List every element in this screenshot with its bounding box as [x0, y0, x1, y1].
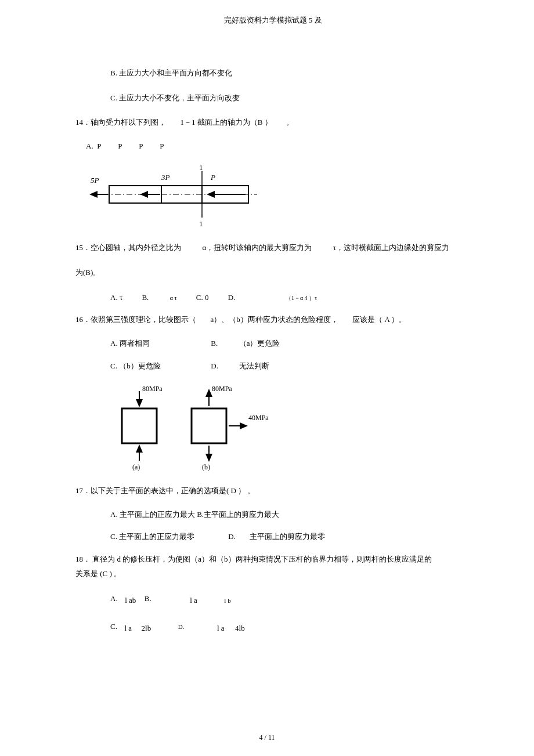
header-title: 完好版资料力学模拟试题 5 及 — [224, 16, 322, 24]
q16-b: a）、（b）两种应力状态的危险程度， — [211, 315, 338, 324]
q15-optB: B. α τ — [142, 292, 176, 304]
q15-b: α，扭转时该轴内的最大剪应力为 — [203, 243, 312, 252]
q16-optD: D. 无法判断 — [211, 360, 269, 372]
q18-B-la: l a — [190, 596, 197, 605]
q16-c: 应该是（ A ）。 — [352, 315, 406, 324]
q18-row1: A. l ab B. l a l b — [75, 593, 470, 607]
q16-opts1: A. 两者相同 B. （a）更危险 — [75, 338, 470, 350]
q14-stem-a: 14．轴向受力杆以下列图， — [75, 118, 166, 126]
q15-optD: D. （1－α 4 ）τ — [228, 292, 317, 304]
q18-line1: 18． 直径为 d 的修长压杆，为使图（a）和（b）两种拘束情况下压杆的临界力相… — [75, 554, 470, 566]
q15-stem: 15．空心圆轴，其内外径之比为 α，扭转时该轴内的最大剪应力为 τ，这时横截面上… — [75, 242, 470, 254]
q17-optC: C. 主平面上的正应力最零 — [110, 531, 209, 543]
q16-optB: B. （a）更危险 — [211, 338, 280, 350]
q18-A: A. — [110, 594, 118, 603]
q18-C: C. — [110, 622, 117, 631]
q15-c: τ，这时横截面上内边缘处的剪应力 — [333, 243, 449, 252]
q16-opts2: C. （b）更危险 D. 无法判断 — [75, 360, 470, 372]
stress-state-svg: 80MPa (a) 80MPa 40MPa (b) — [99, 379, 279, 472]
axial-bar-svg: 5P 3P P 1 1 — [86, 165, 260, 229]
q18-D: D. — [178, 623, 185, 630]
fig-a-label: (a) — [132, 463, 140, 471]
q15-optC: C. 0 — [196, 292, 209, 304]
page-number: 4 / 11 — [259, 733, 275, 741]
q16-optC: C. （b）更危险 — [110, 360, 192, 372]
q13-optC: C. 主应力大小不变化，主平面方向改变 — [75, 92, 470, 104]
fig-b-label: (b) — [202, 463, 210, 471]
q15-a: 15．空心圆轴，其内外径之比为 — [75, 243, 181, 252]
q14-optA-row: A. P P P P — [75, 140, 470, 153]
q16-figure: 80MPa (a) 80MPa 40MPa (b) — [75, 379, 470, 472]
q16-optA: A. 两者相同 — [110, 338, 192, 350]
q18-D-4lb: 4lb — [235, 624, 245, 632]
fig-sect-bot: 1 — [199, 219, 203, 228]
fig-a-80: 80MPa — [142, 385, 163, 393]
q18-row2: C. l a 2lb D. l a 4lb — [75, 621, 470, 635]
q18-B: B. — [145, 594, 151, 603]
q15-opts: A. τ B. α τ C. 0 D. （1－α 4 ）τ — [75, 292, 470, 304]
q15-optA: A. τ — [110, 292, 122, 304]
doc-header: 完好版资料力学模拟试题 5 及 — [75, 15, 470, 27]
fig-5p: 5P — [91, 176, 99, 185]
fig-p: P — [210, 173, 215, 182]
fig-b-40: 40MPa — [248, 414, 269, 422]
svg-rect-12 — [192, 408, 226, 443]
fig-3p: 3P — [161, 173, 170, 182]
q16-stem: 16．依照第三强度理论，比较图示（ a）、（b）两种应力状态的危险程度， 应该是… — [75, 314, 470, 326]
q17-opts1: A. 主平面上的正应力最大 B.主平面上的剪应力最大 — [75, 509, 470, 521]
q16-a: 16．依照第三强度理论，比较图示（ — [75, 315, 196, 324]
q15-stem2: 为(B)。 — [75, 267, 470, 279]
q14-stem-c: 。 — [286, 118, 294, 126]
page-root: 完好版资料力学模拟试题 5 及 B. 主应力大小和主平面方向都不变化 C. 主应… — [0, 0, 534, 756]
q18-D-la: l a — [217, 624, 225, 632]
svg-rect-9 — [122, 408, 157, 443]
q13-optB: B. 主应力大小和主平面方向都不变化 — [75, 67, 470, 79]
q18-C-2lb: 2lb — [142, 624, 151, 632]
q18-A-val: l ab — [125, 596, 136, 605]
q14-figure: 5P 3P P 1 1 — [75, 165, 470, 229]
q18-C-la: l a — [124, 624, 132, 632]
fig-b-80: 80MPa — [212, 385, 232, 393]
q17-stem: 17．以下关于主平面的表达中，正确的选项是( D ） 。 — [75, 485, 470, 497]
q18-line2: 关系是 (C ) 。 — [75, 568, 470, 580]
q14-stem: 14．轴向受力杆以下列图， 1－1 截面上的轴力为（B ） 。 — [75, 117, 470, 129]
fig-sect-top: 1 — [199, 165, 203, 172]
q14-stem-b: 1－1 截面上的轴力为（B ） — [181, 118, 272, 126]
q17-opts2: C. 主平面上的正应力最零 D. 主平面上的剪应力最零 — [75, 531, 470, 543]
q18-B-lb: l b — [224, 597, 230, 604]
q17-optD: D. 主平面上的剪应力最零 — [228, 531, 325, 543]
page-footer: 4 / 11 — [0, 732, 534, 743]
